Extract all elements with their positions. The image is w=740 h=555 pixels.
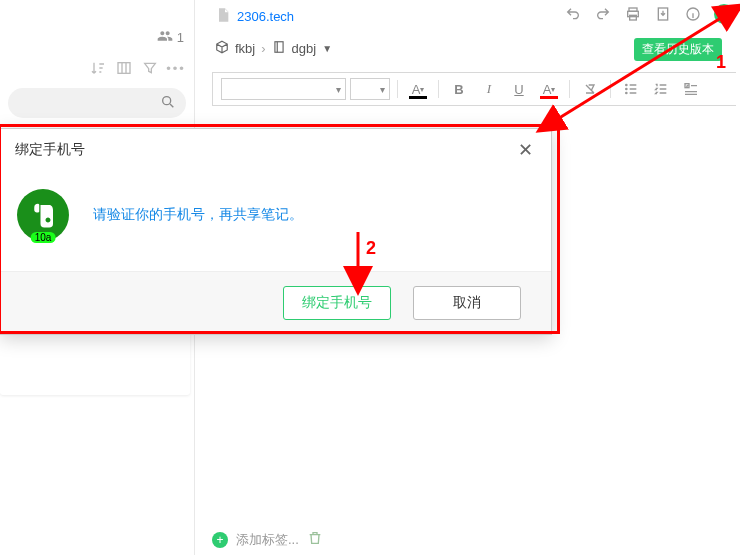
breadcrumb-separator: › [261,41,265,56]
trash-icon[interactable] [307,530,323,549]
bold-button[interactable]: B [446,76,472,102]
font-color-button[interactable]: A▾ [405,76,431,102]
italic-button[interactable]: I [476,76,502,102]
add-tag-icon[interactable]: + [212,532,228,548]
font-family-select[interactable]: ▾ [221,78,346,100]
dialog-message: 请验证你的手机号，再共享笔记。 [93,206,303,224]
info-icon[interactable] [684,5,702,23]
more-icon[interactable]: ••• [168,60,184,76]
document-icon [215,7,231,26]
svg-point-10 [626,92,627,93]
dialog-body: 10a 请验证你的手机号，再共享笔记。 [1,167,551,271]
add-tag-label[interactable]: 添加标签... [236,531,299,549]
checklist-button[interactable] [678,76,704,102]
clear-format-button[interactable] [577,76,603,102]
export-icon[interactable] [654,5,672,23]
view-history-button[interactable]: 查看历史版本 [634,38,722,61]
dialog-footer: 绑定手机号 取消 [1,271,551,334]
layout-columns-icon[interactable] [116,60,132,76]
search-icon [160,94,176,113]
editor-toolbar: ▾ ▾ A▾ B I U A▾ [212,72,736,106]
underline-button[interactable]: U [506,76,532,102]
svg-point-9 [626,88,627,89]
bind-phone-button[interactable]: 绑定手机号 [283,286,391,320]
font-size-select[interactable]: ▾ [350,78,390,100]
cancel-button[interactable]: 取消 [413,286,521,320]
breadcrumb-item-1[interactable]: fkbj [235,41,255,56]
svg-rect-0 [118,63,130,74]
people-icon [157,28,173,47]
dialog-title: 绑定手机号 [15,141,85,159]
svg-point-8 [626,84,627,85]
toolbar-divider [438,80,439,98]
highlight-button[interactable]: A▾ [536,76,562,102]
breadcrumb: fkbj › dgbj ▼ [215,40,332,57]
sort-icon[interactable] [90,60,106,76]
share-count-value: 1 [177,30,184,45]
svg-point-1 [163,96,171,104]
bullet-list-button[interactable] [618,76,644,102]
toolbar-divider [397,80,398,98]
toolbar-divider [569,80,570,98]
chevron-down-icon[interactable]: ▼ [322,43,332,54]
print-icon[interactable] [624,5,642,23]
left-view-toolbar: ••• [90,60,184,76]
evernote-logo-icon: 10a [17,189,69,241]
close-icon[interactable]: ✕ [514,139,537,161]
bind-phone-dialog: 绑定手机号 ✕ 10a 请验证你的手机号，再共享笔记。 绑定手机号 取消 [0,128,552,335]
redo-icon[interactable] [594,5,612,23]
search-input[interactable] [8,88,186,118]
undo-icon[interactable] [564,5,582,23]
tag-bar: + 添加标签... [212,530,323,549]
user-avatar-icon[interactable] [714,4,734,24]
dialog-header: 绑定手机号 ✕ [1,129,551,167]
toolbar-divider [610,80,611,98]
notebook-icon [272,40,286,57]
svg-rect-7 [274,42,282,53]
header-actions [564,4,734,24]
breadcrumb-item-2[interactable]: dgbj [292,41,317,56]
share-count-row: 1 [157,28,184,47]
cube-icon [215,40,229,57]
document-title-link[interactable]: 2306.tech [237,9,294,24]
numbered-list-button[interactable] [648,76,674,102]
logo-badge: 10a [31,232,56,243]
filter-icon[interactable] [142,60,158,76]
